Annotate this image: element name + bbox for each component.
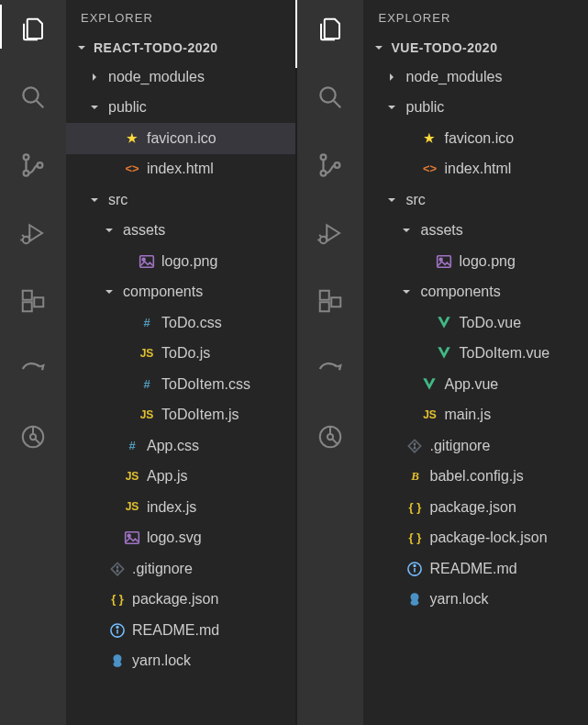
svg-point-2 xyxy=(24,154,29,160)
search-icon[interactable] xyxy=(314,81,347,114)
file-row[interactable]: ★favicon.ico xyxy=(363,123,588,154)
img-icon xyxy=(123,529,141,547)
twisty-spacer xyxy=(86,652,103,669)
left-panel: EXPLORER REACT-TODO-2020 node_modulespub… xyxy=(0,0,295,725)
chevron-down-icon xyxy=(86,192,103,208)
run-debug-icon[interactable] xyxy=(17,217,50,250)
file-tree: node_modulespublic★favicon.ico<>index.ht… xyxy=(66,61,295,725)
project-header[interactable]: REACT-TODO-2020 xyxy=(66,34,295,61)
file-row[interactable]: #ToDo.css xyxy=(66,307,295,339)
svg-point-27 xyxy=(116,626,118,628)
svg-point-32 xyxy=(335,162,340,168)
file-row[interactable]: #App.css xyxy=(66,430,295,462)
file-row[interactable]: ToDo.vue xyxy=(363,307,588,339)
vue-icon xyxy=(435,344,453,362)
twisty-spacer xyxy=(383,499,400,516)
folder-row[interactable]: components xyxy=(66,277,295,308)
twisty-spacer xyxy=(398,161,415,177)
file-label: package.json xyxy=(132,589,218,609)
folder-row[interactable]: public xyxy=(363,93,588,124)
file-label: favicon.ico xyxy=(147,128,216,149)
file-row[interactable]: App.vue xyxy=(363,369,588,400)
twisty-spacer xyxy=(383,468,400,485)
extensions-icon[interactable] xyxy=(17,284,50,318)
file-label: ToDoItem.vue xyxy=(459,343,549,363)
gitlens-icon[interactable] xyxy=(314,420,347,453)
svg-point-6 xyxy=(23,237,30,244)
folder-row[interactable]: public xyxy=(66,93,295,124)
file-row[interactable]: JSmain.js xyxy=(363,400,588,431)
file-label: babel.config.js xyxy=(429,466,523,486)
twisty-spacer xyxy=(116,345,132,362)
file-row[interactable]: Bbabel.config.js xyxy=(363,462,588,493)
git-icon xyxy=(108,560,127,578)
folder-row[interactable]: node_modules xyxy=(66,61,295,93)
share-icon[interactable] xyxy=(17,352,50,385)
folder-label: node_modules xyxy=(405,67,502,87)
file-row[interactable]: logo.svg xyxy=(66,523,295,554)
hash-icon: # xyxy=(138,375,156,394)
files-icon[interactable] xyxy=(17,13,50,46)
svg-line-17 xyxy=(36,440,40,444)
file-row[interactable]: { }package-lock.json xyxy=(363,523,588,554)
git-icon xyxy=(405,437,424,455)
folder-row[interactable]: src xyxy=(363,184,588,216)
file-row[interactable]: ToDoItem.vue xyxy=(363,339,588,370)
folder-row[interactable]: components xyxy=(363,277,588,308)
svg-rect-11 xyxy=(23,291,32,300)
file-row[interactable]: <>index.html xyxy=(363,154,588,185)
file-row[interactable]: README.md xyxy=(363,553,588,585)
file-row[interactable]: JSToDo.js xyxy=(66,339,295,370)
source-control-icon[interactable] xyxy=(17,149,50,182)
source-control-icon[interactable] xyxy=(314,149,347,182)
twisty-spacer xyxy=(86,591,103,608)
file-row[interactable]: README.md xyxy=(66,615,295,646)
file-row[interactable]: JSindex.js xyxy=(66,492,295,523)
folder-row[interactable]: node_modules xyxy=(363,61,588,93)
svg-rect-12 xyxy=(23,302,32,311)
folder-row[interactable]: assets xyxy=(363,216,588,247)
folder-label: components xyxy=(123,282,203,302)
file-label: logo.svg xyxy=(147,528,202,548)
folder-label: assets xyxy=(123,220,165,240)
twisty-spacer xyxy=(101,130,117,147)
extensions-icon[interactable] xyxy=(314,284,347,318)
svg-rect-50 xyxy=(415,444,416,449)
gitlens-icon[interactable] xyxy=(17,420,50,453)
file-row[interactable]: JSToDoItem.js xyxy=(66,400,295,431)
file-row[interactable]: logo.png xyxy=(363,246,588,277)
chevron-right-icon xyxy=(383,69,400,85)
chevron-down-icon xyxy=(398,222,415,239)
file-label: App.js xyxy=(147,466,187,486)
file-row[interactable]: ★favicon.ico xyxy=(66,123,295,154)
svg-line-38 xyxy=(326,235,327,237)
folder-row[interactable]: assets xyxy=(66,216,295,247)
project-header[interactable]: VUE-TODO-2020 xyxy=(363,34,588,61)
svg-point-3 xyxy=(24,171,29,176)
file-row[interactable]: logo.png xyxy=(66,246,295,277)
file-row[interactable]: <>index.html xyxy=(66,154,295,185)
yarn-icon xyxy=(108,652,127,670)
file-row[interactable]: .gitignore xyxy=(363,430,588,462)
folder-row[interactable]: src xyxy=(66,184,295,216)
yarn-icon xyxy=(405,590,424,608)
file-label: App.vue xyxy=(444,374,498,395)
js-icon: JS xyxy=(138,344,156,362)
svg-point-31 xyxy=(321,171,327,176)
file-row[interactable]: yarn.lock xyxy=(66,646,295,677)
chevron-right-icon xyxy=(86,69,103,85)
file-label: index.html xyxy=(147,159,214,179)
file-row[interactable]: JSApp.js xyxy=(66,462,295,493)
file-row[interactable]: { }package.json xyxy=(363,492,588,523)
file-row[interactable]: yarn.lock xyxy=(363,585,588,616)
img-icon xyxy=(138,252,156,271)
file-row[interactable]: { }package.json xyxy=(66,585,295,616)
files-icon[interactable] xyxy=(314,13,347,46)
chevron-down-icon xyxy=(383,99,400,116)
search-icon[interactable] xyxy=(17,81,50,114)
share-icon[interactable] xyxy=(314,352,347,385)
file-row[interactable]: #ToDoItem.css xyxy=(66,369,295,400)
twisty-spacer xyxy=(383,591,400,608)
run-debug-icon[interactable] xyxy=(314,217,347,250)
file-row[interactable]: .gitignore xyxy=(66,553,295,585)
